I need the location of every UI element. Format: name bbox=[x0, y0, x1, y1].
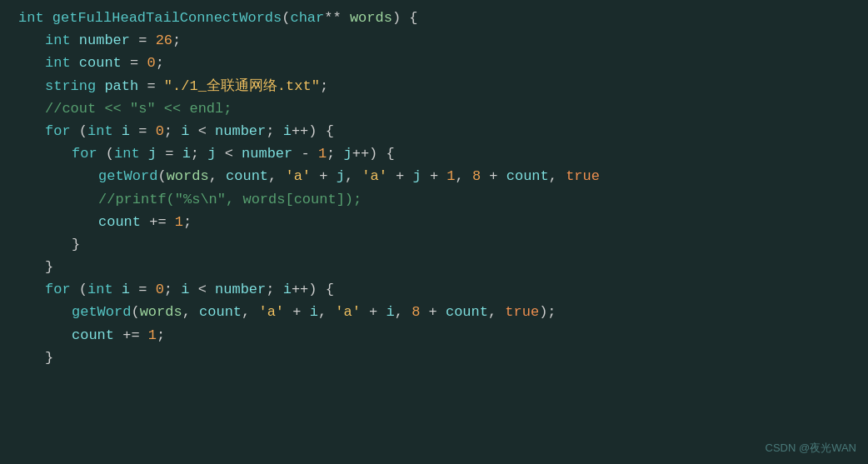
token-plain: = bbox=[138, 78, 164, 94]
token-plain: < bbox=[189, 282, 215, 297]
code-text: for (int j = i; j < number - 1; j++) { bbox=[12, 142, 395, 165]
token-char-lit: 'a' bbox=[362, 168, 387, 184]
code-line: int number = 26; bbox=[0, 29, 868, 52]
token-kw: for bbox=[45, 282, 79, 297]
code-text: for (int i = 0; i < number; i++) { bbox=[12, 278, 334, 301]
token-plain: = bbox=[130, 282, 156, 297]
token-plain: + bbox=[481, 168, 506, 184]
token-kw: int bbox=[45, 55, 79, 71]
token-kw: for bbox=[45, 123, 79, 139]
token-var: j bbox=[344, 146, 352, 162]
token-char-lit: 'a' bbox=[258, 304, 284, 320]
token-plain: ++) { bbox=[292, 282, 334, 297]
code-text: int getFullHeadTailConnectWords(char** w… bbox=[12, 7, 418, 29]
token-var: count bbox=[79, 55, 122, 71]
token-plain: ; bbox=[164, 123, 181, 139]
token-plain: ); bbox=[539, 304, 556, 320]
token-plain: ++) { bbox=[352, 146, 395, 162]
token-plain: ; bbox=[191, 146, 207, 162]
code-text: } bbox=[12, 233, 80, 256]
code-line: for (int i = 0; i < number; i++) { bbox=[0, 278, 868, 301]
token-var: i bbox=[283, 123, 292, 139]
code-line: count += 1; bbox=[0, 324, 868, 347]
token-var: i bbox=[182, 146, 191, 162]
token-plain: ; bbox=[183, 214, 192, 230]
token-var: count bbox=[506, 168, 549, 184]
token-plain: ; bbox=[327, 146, 343, 162]
token-plain: ; bbox=[164, 282, 181, 297]
code-line: //cout << "s" << endl; bbox=[0, 97, 868, 120]
token-param: words bbox=[167, 168, 209, 184]
token-plain: = bbox=[130, 123, 156, 139]
code-line: count += 1; bbox=[0, 211, 868, 233]
token-var: i bbox=[181, 123, 189, 139]
token-plain: , bbox=[182, 304, 199, 320]
token-plain: ( bbox=[282, 10, 290, 26]
token-plain: ( bbox=[131, 304, 139, 320]
token-plain: += bbox=[141, 214, 175, 230]
code-line: getWord(words, count, 'a' + i, 'a' + i, … bbox=[0, 301, 868, 323]
token-num: 8 bbox=[412, 304, 420, 320]
token-str: "./1_全联通网络.txt" bbox=[164, 78, 320, 94]
token-var: i bbox=[122, 123, 130, 139]
code-text: } bbox=[12, 347, 53, 369]
token-num: 1 bbox=[175, 214, 183, 230]
token-num: 0 bbox=[147, 55, 155, 71]
token-var: j bbox=[413, 168, 422, 184]
token-num: 1 bbox=[148, 327, 157, 343]
token-var: count bbox=[199, 304, 242, 320]
token-char-lit: 'a' bbox=[285, 168, 311, 184]
token-plain: - bbox=[292, 146, 318, 162]
token-comment: //printf("%s\n", words[count]); bbox=[98, 192, 362, 207]
token-var: j bbox=[148, 146, 157, 162]
token-var: j bbox=[207, 146, 216, 162]
token-plain: ; bbox=[320, 78, 328, 94]
code-line: for (int j = i; j < number - 1; j++) { bbox=[0, 142, 868, 165]
token-kw: char bbox=[290, 10, 324, 26]
token-param: words bbox=[350, 10, 392, 26]
token-plain: ; bbox=[172, 32, 181, 48]
token-kw: int bbox=[18, 10, 52, 26]
token-plain: , bbox=[549, 168, 566, 184]
token-plain: } bbox=[45, 259, 53, 275]
token-plain: ( bbox=[106, 146, 114, 162]
token-num: 26 bbox=[156, 32, 172, 48]
token-plain: < bbox=[216, 146, 242, 162]
token-fn-name: getWord bbox=[98, 168, 157, 184]
token-var: count bbox=[446, 304, 488, 320]
token-fn-name: getWord bbox=[72, 304, 131, 320]
watermark-label: CSDN @夜光WAN bbox=[766, 440, 857, 457]
token-plain: + bbox=[420, 304, 446, 320]
token-var: number bbox=[215, 123, 266, 139]
token-var: i bbox=[181, 282, 189, 297]
token-plain: , bbox=[345, 168, 362, 184]
token-var: count bbox=[72, 327, 114, 343]
code-line: //printf("%s\n", words[count]); bbox=[0, 188, 868, 211]
token-var: number bbox=[215, 282, 266, 297]
token-plain: = bbox=[122, 55, 147, 71]
code-text: int number = 26; bbox=[12, 29, 181, 52]
token-param: words bbox=[140, 304, 182, 320]
code-line: int count = 0; bbox=[0, 52, 868, 74]
token-plain: ; bbox=[266, 123, 282, 139]
token-var: number bbox=[242, 146, 292, 162]
token-plain: += bbox=[114, 327, 148, 343]
token-plain: ; bbox=[156, 55, 164, 71]
code-text: for (int i = 0; i < number; i++) { bbox=[12, 120, 334, 142]
code-text: int count = 0; bbox=[12, 52, 164, 74]
code-text: count += 1; bbox=[12, 324, 165, 347]
token-plain: , bbox=[456, 168, 472, 184]
token-plain: ** bbox=[324, 10, 350, 26]
token-plain: } bbox=[72, 237, 80, 252]
token-plain: ) { bbox=[392, 10, 418, 26]
code-line: getWord(words, count, 'a' + j, 'a' + j +… bbox=[0, 165, 868, 187]
code-text: //printf("%s\n", words[count]); bbox=[12, 188, 362, 211]
code-text: count += 1; bbox=[12, 211, 192, 233]
code-line: for (int i = 0; i < number; i++) { bbox=[0, 120, 868, 142]
code-editor: int getFullHeadTailConnectWords(char** w… bbox=[0, 0, 868, 464]
token-var: i bbox=[387, 304, 395, 320]
token-kw: int bbox=[45, 32, 79, 48]
token-comment: //cout << "s" << endl; bbox=[45, 101, 232, 117]
token-bool-val: true bbox=[505, 304, 539, 320]
token-var: count bbox=[98, 214, 141, 230]
